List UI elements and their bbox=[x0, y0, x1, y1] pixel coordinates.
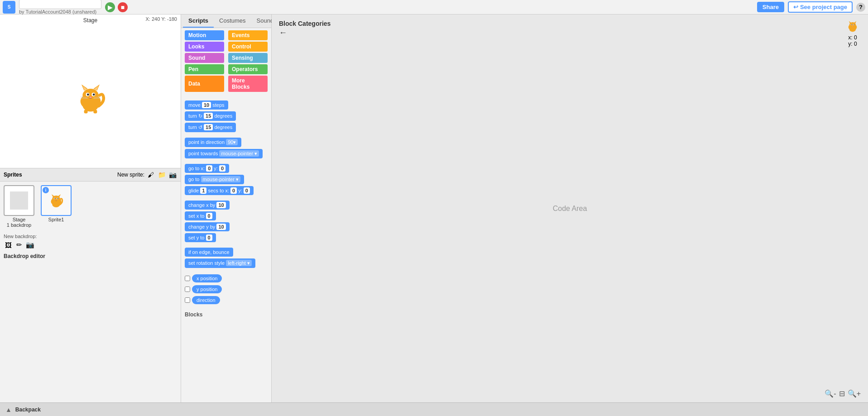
block-categories-arrow: ← bbox=[279, 28, 287, 38]
new-backdrop-camera-button[interactable]: 📷 bbox=[25, 240, 34, 249]
sprite1-name: Sprite1 bbox=[41, 217, 72, 222]
new-backdrop-image-button[interactable]: 🖼 bbox=[4, 240, 13, 249]
project-title-input[interactable]: Untitled bbox=[19, 0, 101, 9]
blocks-panel: Scripts Costumes Sounds Motion Events Lo… bbox=[181, 14, 272, 402]
scratch-cat-sprite bbox=[72, 78, 109, 114]
share-button[interactable]: Share bbox=[757, 2, 784, 12]
block-point-direction[interactable]: point in direction 90▾ bbox=[185, 138, 241, 147]
category-data-label: Data bbox=[188, 81, 200, 87]
zoom-reset-button[interactable]: ⊟ bbox=[839, 389, 845, 398]
sprite-y-coord: y: 0 bbox=[848, 41, 857, 47]
category-events-label: Events bbox=[232, 32, 249, 38]
stage-label: Stage bbox=[83, 17, 97, 24]
main-layout: Stage X: 240 Y: -180 bbox=[0, 14, 868, 402]
category-motion-label: Motion bbox=[188, 32, 206, 38]
checkbox-x-pos-input[interactable] bbox=[185, 276, 190, 281]
tab-scripts[interactable]: Scripts bbox=[183, 14, 214, 28]
stage-area: Stage X: 240 Y: -180 bbox=[0, 14, 181, 168]
checkbox-y-position[interactable]: y position bbox=[185, 284, 268, 294]
svg-rect-16 bbox=[84, 110, 87, 113]
backdrop-icons: 🖼 ✏ 📷 bbox=[4, 240, 177, 249]
block-turn-ccw[interactable]: turn ↺ 15 degrees bbox=[185, 123, 236, 132]
categories-grid: Motion Events Looks Control Sound Sensin… bbox=[181, 28, 271, 94]
block-if-on-edge[interactable]: if on edge, bounce bbox=[185, 248, 233, 257]
tab-costumes[interactable]: Costumes bbox=[214, 14, 251, 28]
sprites-list-area: Stage 1 backdrop i bbox=[0, 182, 181, 231]
block-set-x[interactable]: set x to 0 bbox=[185, 211, 216, 220]
stage-thumbnail[interactable]: Stage 1 backdrop bbox=[4, 185, 34, 228]
backpack-bar[interactable]: ▲ Backpack bbox=[0, 402, 868, 416]
stop-button[interactable]: ■ bbox=[118, 2, 128, 12]
new-sprite-camera-button[interactable]: 📷 bbox=[168, 170, 177, 179]
block-change-x[interactable]: change x by 10 bbox=[185, 201, 230, 210]
zoom-out-button[interactable]: 🔍- bbox=[825, 389, 836, 398]
sprites-label: Sprites bbox=[4, 172, 22, 178]
new-sprite-paint-button[interactable]: 🖌 bbox=[146, 170, 155, 179]
see-project-label: See project page bbox=[800, 4, 847, 10]
new-sprite-upload-button[interactable]: 📁 bbox=[157, 170, 166, 179]
block-point-towards[interactable]: point towards mouse-pointer ▾ bbox=[185, 149, 263, 158]
top-bar-right: Share ↩ See project page ? bbox=[757, 1, 865, 13]
block-move[interactable]: move 10 steps bbox=[185, 100, 228, 110]
category-motion[interactable]: Motion bbox=[185, 30, 224, 40]
sprite-info-badge[interactable]: i bbox=[43, 187, 49, 193]
blocks-list: move 10 steps turn ↻ 15 degrees turn ↺ 1… bbox=[181, 94, 271, 402]
svg-point-28 bbox=[56, 200, 57, 200]
category-control-label: Control bbox=[232, 43, 251, 50]
svg-point-27 bbox=[57, 198, 58, 199]
see-project-icon: ↩ bbox=[793, 4, 798, 10]
blocks-section-label: Blocks bbox=[185, 310, 268, 320]
sprite1-thumbnail[interactable]: i bbox=[41, 185, 72, 228]
tabs-bar: Scripts Costumes Sounds bbox=[181, 14, 271, 28]
block-y-position[interactable]: y position bbox=[192, 285, 222, 293]
block-go-to-xy[interactable]: go to x: 0 y: 0 bbox=[185, 164, 229, 173]
green-flag-button[interactable]: ▶ bbox=[105, 2, 115, 12]
top-bar: S Untitled by TutorialAccount2048 (unsha… bbox=[0, 0, 868, 14]
category-operators[interactable]: Operators bbox=[228, 64, 268, 74]
svg-rect-17 bbox=[93, 110, 97, 113]
backdrop-editor-label: Backdrop editor bbox=[0, 251, 181, 261]
zoom-in-button[interactable]: 🔍+ bbox=[848, 389, 861, 398]
block-go-to[interactable]: go to mouse-pointer ▾ bbox=[185, 175, 244, 184]
category-events[interactable]: Events bbox=[228, 30, 268, 40]
block-change-y[interactable]: change y by 10 bbox=[185, 222, 230, 231]
category-sound-label: Sound bbox=[188, 55, 205, 61]
zoom-controls: 🔍- ⊟ 🔍+ bbox=[825, 389, 861, 398]
block-direction[interactable]: direction bbox=[192, 296, 220, 304]
see-project-button[interactable]: ↩ See project page bbox=[788, 1, 853, 13]
new-backdrop-label: New backdrop: bbox=[4, 234, 37, 239]
block-set-y[interactable]: set y to 0 bbox=[185, 233, 216, 242]
block-turn-cw[interactable]: turn ↻ 15 degrees bbox=[185, 111, 236, 121]
checkbox-direction[interactable]: direction bbox=[185, 295, 268, 305]
category-looks-label: Looks bbox=[188, 43, 204, 50]
category-looks[interactable]: Looks bbox=[185, 42, 224, 52]
svg-point-39 bbox=[849, 27, 856, 32]
svg-rect-19 bbox=[10, 191, 28, 210]
checkbox-dir-input[interactable] bbox=[185, 297, 190, 303]
checkbox-y-pos-input[interactable] bbox=[185, 287, 190, 292]
svg-point-29 bbox=[52, 201, 60, 207]
backpack-arrow: ▲ bbox=[5, 406, 12, 413]
svg-point-26 bbox=[54, 198, 55, 199]
category-sensing[interactable]: Sensing bbox=[228, 53, 268, 63]
new-sprite-controls: New sprite: 🖌 📁 📷 bbox=[117, 170, 177, 179]
code-area[interactable]: Block Categories ← Code Area x: 0 y: 0 🔍… bbox=[272, 14, 868, 402]
block-rotation-style[interactable]: set rotation style left-right ▾ bbox=[185, 258, 255, 268]
category-operators-label: Operators bbox=[232, 66, 258, 72]
category-data[interactable]: Data bbox=[185, 76, 224, 92]
new-backdrop-paint-button[interactable]: ✏ bbox=[14, 240, 24, 249]
category-pen[interactable]: Pen bbox=[185, 64, 224, 74]
sprite-preview-image bbox=[844, 18, 861, 34]
sprite-preview: x: 0 y: 0 bbox=[844, 18, 861, 47]
block-x-position[interactable]: x position bbox=[192, 274, 222, 282]
help-button[interactable]: ? bbox=[856, 3, 865, 12]
category-sound[interactable]: Sound bbox=[185, 53, 224, 63]
block-glide[interactable]: glide 1 secs to x: 0 y: 0 bbox=[185, 186, 254, 195]
category-more-blocks-label: More Blocks bbox=[232, 77, 264, 90]
left-panel: Stage X: 240 Y: -180 bbox=[0, 14, 181, 402]
category-more-blocks[interactable]: More Blocks bbox=[228, 76, 268, 92]
new-backdrop-section: New backdrop: 🖼 ✏ 📷 bbox=[0, 231, 181, 251]
category-control[interactable]: Control bbox=[228, 42, 268, 52]
sprite1-img-box: i bbox=[41, 185, 72, 216]
checkbox-x-position[interactable]: x position bbox=[185, 273, 268, 283]
